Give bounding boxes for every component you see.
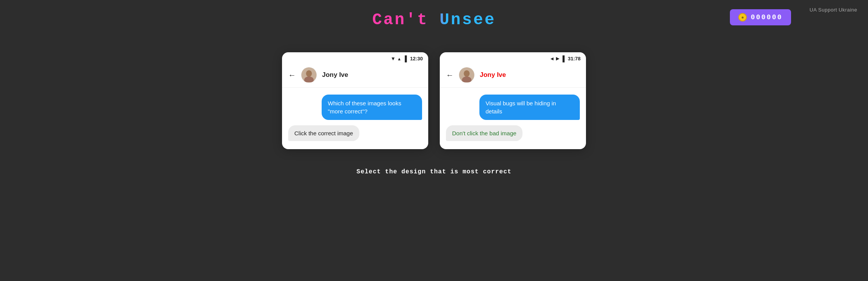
signal-icon-right: ◄ (549, 56, 554, 62)
avatar-left (301, 67, 317, 83)
nav-bar-left: ← Jony Ive (282, 63, 428, 88)
status-icons-right: ◄ ▶ ▐ (549, 55, 564, 62)
signal-icon: ▲ (397, 57, 401, 61)
cards-container: ▼ ▲ ▐ 12:30 ← Jony Ive Which of these im… (282, 52, 586, 149)
received-bubble-right: Don't click the bad image (446, 125, 522, 141)
avatar-right (459, 67, 474, 83)
signal-filled-icon-right: ▶ (556, 56, 559, 61)
status-bar-left: ▼ ▲ ▐ 12:30 (282, 52, 428, 63)
bad-card[interactable]: ◄ ▶ ▐ 31:78 ← Jony Ive Visual bugs will … (440, 52, 586, 149)
contact-name-right: Jony Ive (480, 71, 506, 79)
correct-card[interactable]: ▼ ▲ ▐ 12:30 ← Jony Ive Which of these im… (282, 52, 428, 149)
status-time-left: 12:30 (410, 56, 423, 62)
received-bubble-left: Click the correct image (288, 125, 359, 141)
app-logo: Can't Unsee (372, 11, 496, 29)
svg-point-4 (464, 70, 469, 77)
instruction-text: Select the design that is most correct (357, 168, 512, 175)
chat-area-right: Visual bugs will be hiding in details Do… (440, 88, 586, 149)
sent-bubble-left: Which of these images looks "more correc… (322, 95, 422, 120)
status-icons-left: ▼ ▲ ▐ (391, 55, 406, 62)
status-time-right: 31:78 (568, 56, 581, 62)
sent-bubble-right: Visual bugs will be hiding in details (479, 95, 580, 120)
coin-icon: ● (738, 13, 747, 22)
header: Can't Unsee ● 000000 (0, 0, 868, 37)
battery-icon-left: ▐ (403, 55, 407, 62)
svg-point-1 (306, 70, 312, 77)
wifi-icon: ▼ (391, 56, 396, 62)
contact-name-left: Jony Ive (322, 71, 348, 79)
back-arrow-left[interactable]: ← (288, 71, 296, 80)
chat-area-left: Which of these images looks "more correc… (282, 88, 428, 149)
status-bar-right: ◄ ▶ ▐ 31:78 (440, 52, 586, 63)
score-badge[interactable]: ● 000000 (730, 9, 791, 25)
nav-bar-right: ← Jony Ive (440, 63, 586, 88)
battery-icon-right: ▐ (561, 55, 564, 62)
score-value: 000000 (751, 13, 783, 21)
back-arrow-right[interactable]: ← (446, 71, 454, 80)
